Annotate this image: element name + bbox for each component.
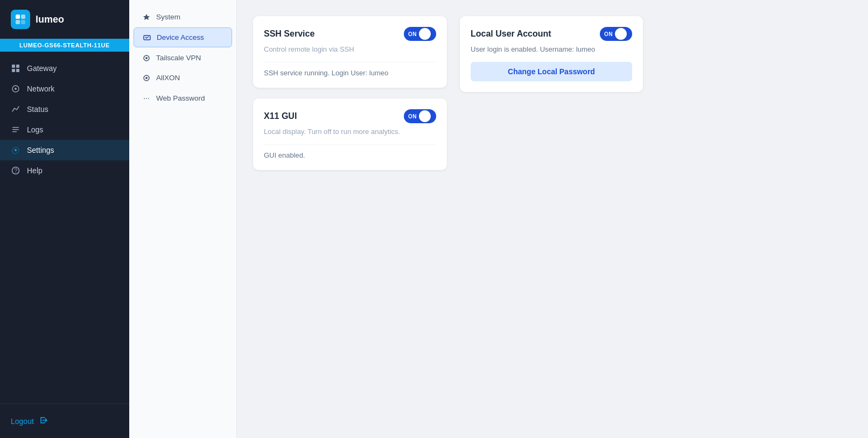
svg-rect-0 (16, 15, 20, 19)
svg-rect-12 (12, 131, 17, 132)
ssh-card-header: SSH Service ON (264, 27, 436, 41)
logout-button[interactable]: Logout (11, 413, 118, 429)
sub-nav-aiixon-label: AllXON (156, 74, 180, 82)
sub-nav-system[interactable]: System (134, 8, 232, 26)
sidebar-item-status[interactable]: Status (0, 99, 129, 119)
gateway-icon (11, 63, 20, 73)
svg-rect-10 (12, 127, 19, 128)
status-icon (11, 104, 20, 114)
svg-rect-5 (16, 65, 19, 68)
sidebar-item-settings-label: Settings (27, 146, 54, 154)
svg-rect-2 (16, 20, 20, 24)
svg-point-18 (145, 57, 148, 59)
svg-rect-3 (21, 20, 25, 24)
svg-point-20 (145, 77, 148, 79)
x11-gui-card: X11 GUI ON Local display. Turn off to ru… (253, 98, 447, 170)
sub-nav-tailscale-label: Tailscale VPN (156, 54, 201, 62)
logs-icon (11, 125, 20, 135)
device-access-icon (143, 34, 151, 41)
change-local-password-button[interactable]: Change Local Password (471, 62, 632, 81)
tailscale-icon (142, 54, 151, 62)
local-user-card-title: Local User Account (471, 29, 551, 39)
ssh-card-divider (264, 62, 436, 62)
x11-toggle-label: ON (408, 114, 417, 119)
sub-nav-device-access[interactable]: Device Access (134, 27, 232, 47)
ssh-card-desc: Control remote login via SSH (264, 45, 436, 53)
logo-text: lumeo (36, 14, 64, 25)
local-user-toggle-label: ON (604, 31, 613, 37)
sidebar-item-status-label: Status (27, 105, 48, 114)
svg-rect-1 (21, 15, 25, 19)
logo-area: lumeo (0, 0, 129, 39)
sub-nav-device-access-label: Device Access (157, 33, 204, 41)
svg-marker-15 (143, 14, 150, 20)
x11-card-desc: Local display. Turn off to run more anal… (264, 128, 436, 136)
svg-point-9 (15, 88, 17, 90)
sidebar-item-settings[interactable]: Settings (0, 140, 129, 160)
ssh-toggle-knob (419, 28, 431, 40)
web-password-icon: ··· (142, 94, 151, 102)
network-icon (11, 84, 20, 94)
logout-label: Logout (11, 417, 34, 426)
x11-toggle[interactable]: ON (404, 109, 436, 123)
sub-nav-web-password-label: Web Password (156, 94, 205, 102)
local-user-card: Local User Account ON User login is enab… (460, 16, 643, 92)
ssh-service-card: SSH Service ON Control remote login via … (253, 16, 447, 88)
svg-rect-6 (12, 69, 15, 72)
sub-nav-web-password[interactable]: ··· Web Password (134, 88, 232, 108)
svg-rect-7 (16, 69, 19, 72)
sub-nav-system-label: System (156, 13, 180, 21)
sidebar-item-logs[interactable]: Logs (0, 119, 129, 140)
aiixon-icon (142, 74, 151, 82)
ssh-toggle-label: ON (408, 31, 417, 37)
help-icon: ? (11, 166, 20, 175)
sidebar-nav: Gateway Network Status Logs Settings (0, 52, 129, 404)
left-cards-column: SSH Service ON Control remote login via … (253, 16, 447, 170)
logout-icon (39, 416, 48, 426)
settings-icon (11, 145, 20, 155)
content-area: SSH Service ON Control remote login via … (237, 0, 868, 438)
svg-rect-11 (12, 129, 19, 130)
sidebar-item-help-label: Help (27, 166, 43, 175)
sidebar-item-help[interactable]: ? Help (0, 160, 129, 181)
ssh-card-status: SSH service running. Login User: lumeo (264, 69, 436, 77)
ssh-toggle[interactable]: ON (404, 27, 436, 41)
device-label: LUMEO-GS66-STEALTH-11UE (0, 39, 129, 52)
sidebar-item-network-label: Network (27, 84, 54, 93)
sidebar-footer: Logout (0, 404, 129, 438)
sidebar-item-gateway[interactable]: Gateway (0, 58, 129, 79)
x11-card-status: GUI enabled. (264, 151, 436, 159)
sidebar-item-gateway-label: Gateway (27, 64, 57, 73)
main-area: System Device Access Tailscale VPN AllXO… (129, 0, 868, 438)
ssh-card-title: SSH Service (264, 29, 314, 39)
sidebar-item-network[interactable]: Network (0, 79, 129, 99)
sidebar-item-logs-label: Logs (27, 125, 43, 134)
svg-text:?: ? (15, 168, 18, 174)
local-user-toggle[interactable]: ON (600, 27, 632, 41)
x11-toggle-knob (419, 110, 431, 122)
system-icon (142, 13, 151, 21)
local-user-toggle-knob (615, 28, 627, 40)
svg-rect-4 (12, 65, 15, 68)
x11-card-header: X11 GUI ON (264, 109, 436, 123)
local-user-card-header: Local User Account ON (471, 27, 632, 41)
local-user-info: User login is enabled. Username: lumeo (471, 45, 632, 53)
x11-card-title: X11 GUI (264, 111, 297, 121)
sub-nav-tailscale[interactable]: Tailscale VPN (134, 48, 232, 67)
x11-card-divider (264, 144, 436, 145)
sub-nav-aiixon[interactable]: AllXON (134, 68, 232, 87)
sub-nav: System Device Access Tailscale VPN AllXO… (129, 0, 237, 438)
sidebar: lumeo LUMEO-GS66-STEALTH-11UE Gateway Ne… (0, 0, 129, 438)
logo-icon (11, 10, 30, 29)
